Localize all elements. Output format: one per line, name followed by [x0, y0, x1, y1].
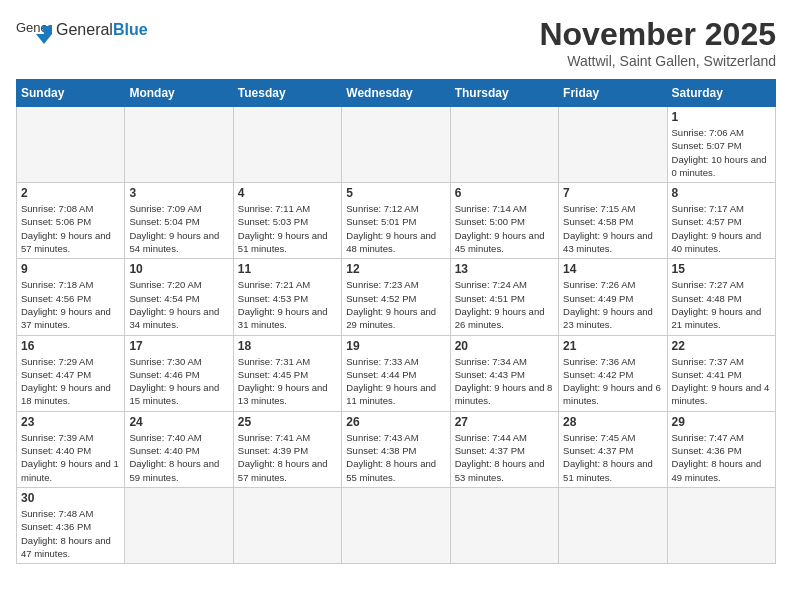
- day-number: 18: [238, 339, 337, 353]
- day-number: 2: [21, 186, 120, 200]
- day-info: Sunrise: 7:48 AM Sunset: 4:36 PM Dayligh…: [21, 507, 120, 560]
- day-number: 15: [672, 262, 771, 276]
- calendar-cell: 22Sunrise: 7:37 AM Sunset: 4:41 PM Dayli…: [667, 335, 775, 411]
- day-number: 25: [238, 415, 337, 429]
- day-number: 3: [129, 186, 228, 200]
- weekday-header-saturday: Saturday: [667, 80, 775, 107]
- day-number: 9: [21, 262, 120, 276]
- calendar-cell: 26Sunrise: 7:43 AM Sunset: 4:38 PM Dayli…: [342, 411, 450, 487]
- day-info: Sunrise: 7:18 AM Sunset: 4:56 PM Dayligh…: [21, 278, 120, 331]
- day-info: Sunrise: 7:24 AM Sunset: 4:51 PM Dayligh…: [455, 278, 554, 331]
- calendar-cell: 27Sunrise: 7:44 AM Sunset: 4:37 PM Dayli…: [450, 411, 558, 487]
- day-info: Sunrise: 7:20 AM Sunset: 4:54 PM Dayligh…: [129, 278, 228, 331]
- day-number: 14: [563, 262, 662, 276]
- calendar-cell: [125, 107, 233, 183]
- calendar-week-2: 2Sunrise: 7:08 AM Sunset: 5:06 PM Daylig…: [17, 183, 776, 259]
- day-info: Sunrise: 7:27 AM Sunset: 4:48 PM Dayligh…: [672, 278, 771, 331]
- day-number: 17: [129, 339, 228, 353]
- day-info: Sunrise: 7:40 AM Sunset: 4:40 PM Dayligh…: [129, 431, 228, 484]
- calendar-cell: 28Sunrise: 7:45 AM Sunset: 4:37 PM Dayli…: [559, 411, 667, 487]
- calendar-cell: [667, 487, 775, 563]
- weekday-header-sunday: Sunday: [17, 80, 125, 107]
- calendar-cell: [342, 107, 450, 183]
- day-number: 4: [238, 186, 337, 200]
- calendar-cell: 23Sunrise: 7:39 AM Sunset: 4:40 PM Dayli…: [17, 411, 125, 487]
- calendar-cell: 20Sunrise: 7:34 AM Sunset: 4:43 PM Dayli…: [450, 335, 558, 411]
- calendar-cell: 11Sunrise: 7:21 AM Sunset: 4:53 PM Dayli…: [233, 259, 341, 335]
- calendar-cell: 1Sunrise: 7:06 AM Sunset: 5:07 PM Daylig…: [667, 107, 775, 183]
- day-number: 12: [346, 262, 445, 276]
- day-info: Sunrise: 7:34 AM Sunset: 4:43 PM Dayligh…: [455, 355, 554, 408]
- header: General GeneralBlue November 2025 Wattwi…: [16, 16, 776, 69]
- day-info: Sunrise: 7:41 AM Sunset: 4:39 PM Dayligh…: [238, 431, 337, 484]
- day-info: Sunrise: 7:29 AM Sunset: 4:47 PM Dayligh…: [21, 355, 120, 408]
- calendar-cell: 6Sunrise: 7:14 AM Sunset: 5:00 PM Daylig…: [450, 183, 558, 259]
- calendar-cell: 12Sunrise: 7:23 AM Sunset: 4:52 PM Dayli…: [342, 259, 450, 335]
- calendar-cell: 30Sunrise: 7:48 AM Sunset: 4:36 PM Dayli…: [17, 487, 125, 563]
- weekday-header-thursday: Thursday: [450, 80, 558, 107]
- day-number: 30: [21, 491, 120, 505]
- day-number: 10: [129, 262, 228, 276]
- calendar-cell: [450, 107, 558, 183]
- day-info: Sunrise: 7:08 AM Sunset: 5:06 PM Dayligh…: [21, 202, 120, 255]
- day-number: 8: [672, 186, 771, 200]
- calendar-cell: [233, 487, 341, 563]
- day-number: 11: [238, 262, 337, 276]
- day-info: Sunrise: 7:30 AM Sunset: 4:46 PM Dayligh…: [129, 355, 228, 408]
- day-number: 7: [563, 186, 662, 200]
- day-number: 22: [672, 339, 771, 353]
- calendar-cell: 9Sunrise: 7:18 AM Sunset: 4:56 PM Daylig…: [17, 259, 125, 335]
- calendar-week-4: 16Sunrise: 7:29 AM Sunset: 4:47 PM Dayli…: [17, 335, 776, 411]
- calendar-cell: 13Sunrise: 7:24 AM Sunset: 4:51 PM Dayli…: [450, 259, 558, 335]
- day-number: 16: [21, 339, 120, 353]
- day-number: 6: [455, 186, 554, 200]
- title-area: November 2025 Wattwil, Saint Gallen, Swi…: [539, 16, 776, 69]
- day-number: 20: [455, 339, 554, 353]
- calendar-cell: 10Sunrise: 7:20 AM Sunset: 4:54 PM Dayli…: [125, 259, 233, 335]
- day-info: Sunrise: 7:21 AM Sunset: 4:53 PM Dayligh…: [238, 278, 337, 331]
- calendar-cell: 19Sunrise: 7:33 AM Sunset: 4:44 PM Dayli…: [342, 335, 450, 411]
- day-info: Sunrise: 7:43 AM Sunset: 4:38 PM Dayligh…: [346, 431, 445, 484]
- calendar-cell: 5Sunrise: 7:12 AM Sunset: 5:01 PM Daylig…: [342, 183, 450, 259]
- day-info: Sunrise: 7:47 AM Sunset: 4:36 PM Dayligh…: [672, 431, 771, 484]
- day-number: 29: [672, 415, 771, 429]
- day-number: 28: [563, 415, 662, 429]
- day-info: Sunrise: 7:33 AM Sunset: 4:44 PM Dayligh…: [346, 355, 445, 408]
- calendar-cell: 3Sunrise: 7:09 AM Sunset: 5:04 PM Daylig…: [125, 183, 233, 259]
- calendar-cell: [559, 487, 667, 563]
- day-info: Sunrise: 7:26 AM Sunset: 4:49 PM Dayligh…: [563, 278, 662, 331]
- calendar-week-3: 9Sunrise: 7:18 AM Sunset: 4:56 PM Daylig…: [17, 259, 776, 335]
- calendar-cell: [342, 487, 450, 563]
- calendar: SundayMondayTuesdayWednesdayThursdayFrid…: [16, 79, 776, 564]
- calendar-cell: 14Sunrise: 7:26 AM Sunset: 4:49 PM Dayli…: [559, 259, 667, 335]
- calendar-week-5: 23Sunrise: 7:39 AM Sunset: 4:40 PM Dayli…: [17, 411, 776, 487]
- calendar-cell: [125, 487, 233, 563]
- svg-marker-1: [36, 34, 52, 44]
- logo: General GeneralBlue: [16, 16, 148, 44]
- day-number: 24: [129, 415, 228, 429]
- day-number: 1: [672, 110, 771, 124]
- weekday-header-friday: Friday: [559, 80, 667, 107]
- calendar-cell: 24Sunrise: 7:40 AM Sunset: 4:40 PM Dayli…: [125, 411, 233, 487]
- day-info: Sunrise: 7:11 AM Sunset: 5:03 PM Dayligh…: [238, 202, 337, 255]
- logo-icon: General: [16, 16, 52, 44]
- day-number: 19: [346, 339, 445, 353]
- calendar-cell: [233, 107, 341, 183]
- calendar-cell: 15Sunrise: 7:27 AM Sunset: 4:48 PM Dayli…: [667, 259, 775, 335]
- calendar-cell: 7Sunrise: 7:15 AM Sunset: 4:58 PM Daylig…: [559, 183, 667, 259]
- logo-text: GeneralBlue: [56, 21, 148, 39]
- day-info: Sunrise: 7:09 AM Sunset: 5:04 PM Dayligh…: [129, 202, 228, 255]
- day-info: Sunrise: 7:31 AM Sunset: 4:45 PM Dayligh…: [238, 355, 337, 408]
- day-number: 5: [346, 186, 445, 200]
- calendar-cell: 25Sunrise: 7:41 AM Sunset: 4:39 PM Dayli…: [233, 411, 341, 487]
- calendar-cell: 21Sunrise: 7:36 AM Sunset: 4:42 PM Dayli…: [559, 335, 667, 411]
- calendar-cell: [559, 107, 667, 183]
- day-info: Sunrise: 7:06 AM Sunset: 5:07 PM Dayligh…: [672, 126, 771, 179]
- weekday-header-wednesday: Wednesday: [342, 80, 450, 107]
- day-number: 13: [455, 262, 554, 276]
- calendar-cell: 4Sunrise: 7:11 AM Sunset: 5:03 PM Daylig…: [233, 183, 341, 259]
- day-info: Sunrise: 7:12 AM Sunset: 5:01 PM Dayligh…: [346, 202, 445, 255]
- calendar-cell: 29Sunrise: 7:47 AM Sunset: 4:36 PM Dayli…: [667, 411, 775, 487]
- calendar-cell: 18Sunrise: 7:31 AM Sunset: 4:45 PM Dayli…: [233, 335, 341, 411]
- calendar-cell: 8Sunrise: 7:17 AM Sunset: 4:57 PM Daylig…: [667, 183, 775, 259]
